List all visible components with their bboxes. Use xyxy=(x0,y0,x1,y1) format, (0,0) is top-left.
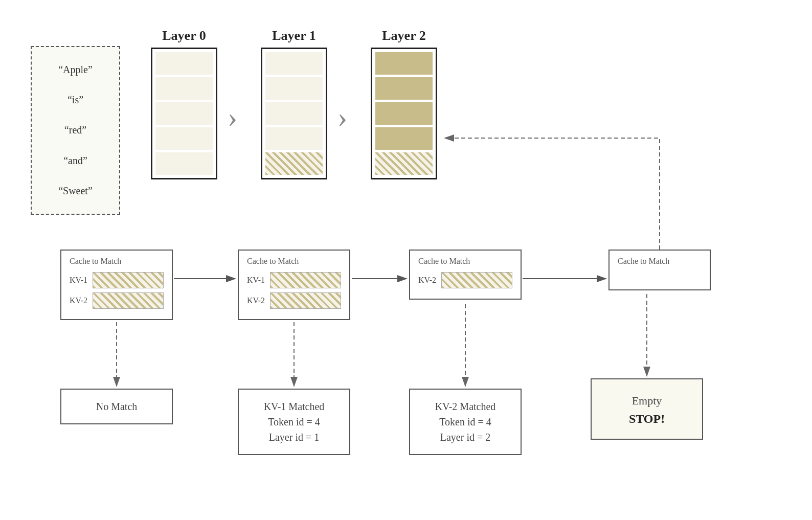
cache2-kv2-row: KV-2 xyxy=(418,272,512,288)
layer0-cell2 xyxy=(155,102,213,125)
layer1-cell0 xyxy=(265,52,323,75)
cache0-kv1-label: KV-1 xyxy=(70,276,87,285)
cache1-kv2-row: KV-2 xyxy=(247,292,341,309)
layer1-cell1 xyxy=(265,77,323,100)
layer1-title: Layer 1 xyxy=(272,28,315,43)
layer2-stack xyxy=(371,48,437,179)
result2-line2: Layer id = 2 xyxy=(420,429,510,445)
cache0-kv2-row: KV-2 xyxy=(70,292,164,309)
cache2-kv2-bar xyxy=(441,272,512,288)
layer2-cell2 xyxy=(375,102,433,125)
layer0-cell0 xyxy=(155,52,213,75)
diagram-container: “Apple” “is” “red” “and” “Sweet” Layer 0… xyxy=(0,0,812,520)
cache-box-2: Cache to Match KV-2 xyxy=(409,250,522,300)
cache1-kv2-bar xyxy=(270,292,341,309)
result-box-3: Empty STOP! xyxy=(591,378,703,440)
layer2-title: Layer 2 xyxy=(382,28,425,43)
token-box: “Apple” “is” “red” “and” “Sweet” xyxy=(31,46,120,215)
result1-line0: KV-1 Matched xyxy=(249,399,339,414)
result-box-1: KV-1 Matched Token id = 4 Layer id = 1 xyxy=(238,389,350,455)
result2-line1: Token id = 4 xyxy=(420,414,510,429)
layer2-cell0 xyxy=(375,52,433,75)
cache1-kv1-label: KV-1 xyxy=(247,276,265,285)
cache1-kv1-bar xyxy=(270,272,341,288)
cache0-title: Cache to Match xyxy=(70,257,164,266)
layer2-cell3 xyxy=(375,127,433,150)
layer1-stack xyxy=(261,48,327,179)
token-and: “and” xyxy=(63,155,87,167)
cache-box-3: Cache to Match xyxy=(608,250,711,290)
layer1-cell4 xyxy=(265,152,323,175)
result2-line0: KV-2 Matched xyxy=(420,399,510,414)
cache0-kv2-bar xyxy=(93,292,164,309)
cache0-kv2-label: KV-2 xyxy=(70,296,87,305)
cache-box-0: Cache to Match KV-1 KV-2 xyxy=(60,250,173,320)
chevron-0-1: › xyxy=(228,100,237,134)
result3-line0: Empty xyxy=(607,392,687,409)
cache1-title: Cache to Match xyxy=(247,257,341,266)
chevron-1-2: › xyxy=(337,100,347,134)
layer0-cell1 xyxy=(155,77,213,100)
cache0-kv1-bar xyxy=(93,272,164,288)
result-box-2: KV-2 Matched Token id = 4 Layer id = 2 xyxy=(409,389,522,455)
cache-box-1: Cache to Match KV-1 KV-2 xyxy=(238,250,350,320)
cache1-kv2-label: KV-2 xyxy=(247,296,265,305)
layer0-cell3 xyxy=(155,127,213,150)
token-red: “red” xyxy=(64,124,86,136)
cache2-title: Cache to Match xyxy=(418,257,512,266)
result1-line1: Token id = 4 xyxy=(249,414,339,429)
layer1-cell2 xyxy=(265,102,323,125)
token-is: “is” xyxy=(67,94,83,106)
result-box-0: No Match xyxy=(60,389,173,424)
token-sweet: “Sweet” xyxy=(58,185,93,197)
layer1-cell3 xyxy=(265,127,323,150)
arrow-cache3-to-layer2 xyxy=(445,138,660,250)
cache1-kv1-row: KV-1 xyxy=(247,272,341,288)
layer0-stack xyxy=(151,48,217,179)
cache0-kv1-row: KV-1 xyxy=(70,272,164,288)
layer2-cell1 xyxy=(375,77,433,100)
result0-text: No Match xyxy=(72,399,162,414)
layer0-cell4 xyxy=(155,152,213,175)
layer0-title: Layer 0 xyxy=(162,28,206,43)
token-apple: “Apple” xyxy=(58,64,93,76)
layer2-cell4 xyxy=(375,152,433,175)
cache3-title: Cache to Match xyxy=(618,257,702,266)
result1-line2: Layer id = 1 xyxy=(249,429,339,445)
cache2-kv2-label: KV-2 xyxy=(418,276,436,285)
result3-line1: STOP! xyxy=(607,412,687,426)
